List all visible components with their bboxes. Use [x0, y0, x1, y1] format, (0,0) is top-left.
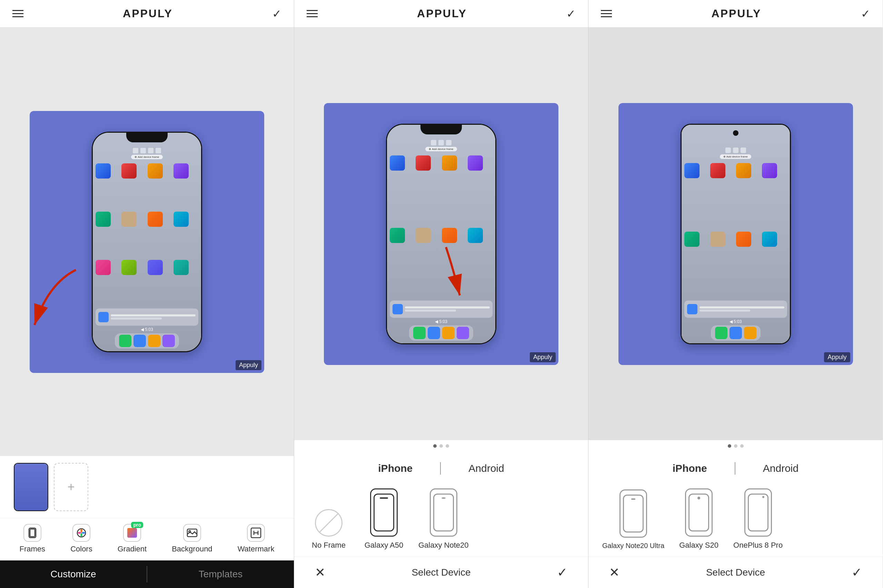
- phone-screen-3: ⊕ Add device frame: [681, 125, 790, 343]
- appuly-badge-3: Appuly: [824, 352, 850, 362]
- scroll-dots-2: [294, 440, 588, 452]
- tool-frames[interactable]: Frames: [20, 524, 45, 554]
- background-icon-container: [183, 524, 201, 542]
- device-tabs-3: iPhone Android: [588, 452, 883, 482]
- preview-area-3: ⊕ Add device frame: [588, 28, 883, 440]
- app-header-1: APPULY ✓: [0, 0, 294, 28]
- svg-rect-2: [30, 529, 35, 537]
- device-tabs-2: iPhone Android: [294, 452, 588, 482]
- tab-divider-2: [440, 462, 441, 475]
- device-name-galaxy-note20: Galaxy Note20: [418, 541, 469, 550]
- app-title-2: APPULY: [417, 7, 467, 20]
- confirm-button-3[interactable]: ✓: [861, 7, 870, 20]
- device-option-s20[interactable]: Galaxy S20: [678, 488, 719, 550]
- cancel-button-3[interactable]: ✕: [609, 565, 620, 580]
- customize-button[interactable]: Customize: [0, 560, 147, 588]
- galaxy-note20-icon: [430, 488, 457, 537]
- phone-screen: ⊕ Add device frame: [93, 133, 201, 351]
- device-mockup-1: ⊕ Add device frame: [30, 111, 264, 373]
- confirm-device-button-2[interactable]: ✓: [557, 565, 567, 580]
- select-device-title-3: Select Device: [706, 567, 765, 578]
- tool-colors[interactable]: Colors: [71, 524, 92, 554]
- tab-divider-3: [735, 462, 736, 475]
- svg-rect-4: [127, 528, 137, 538]
- galaxy-a50-icon: [370, 488, 398, 537]
- scroll-dots-3: [588, 440, 883, 452]
- phone-screen-2: ⊕ Add device frame: [387, 125, 495, 343]
- app-header-2: APPULY ✓: [294, 0, 588, 28]
- app-header-3: APPULY ✓: [588, 0, 883, 28]
- hamburger-icon-3[interactable]: [601, 10, 612, 17]
- panel-1: APPULY ✓: [0, 0, 294, 588]
- device-name-oneplus8pro: OnePlus 8 Pro: [733, 541, 783, 550]
- frames-icon-container: [24, 524, 41, 542]
- gradient-icon-container: pro: [123, 524, 141, 542]
- device-option-galaxy-note20[interactable]: Galaxy Note20: [418, 488, 469, 550]
- cancel-button-2[interactable]: ✕: [315, 565, 325, 580]
- phone-notch-2: [420, 125, 462, 134]
- device-option-note20ultra[interactable]: Galaxy Note20 Ultra: [602, 489, 664, 550]
- tool-gradient[interactable]: pro Gradient: [117, 524, 147, 554]
- app-title-1: APPULY: [123, 7, 173, 20]
- appuly-badge-1: Appuly: [236, 360, 262, 370]
- device-mockup-3: ⊕ Add device frame: [618, 103, 853, 365]
- phone-frame-3: ⊕ Add device frame: [680, 124, 791, 344]
- add-thumbnail-button[interactable]: +: [54, 463, 88, 511]
- bottom-actions-3: ✕ Select Device ✓: [588, 556, 883, 588]
- device-name-note20ultra: Galaxy Note20 Ultra: [602, 542, 664, 550]
- tab-android-3[interactable]: Android: [763, 462, 799, 474]
- devices-list-3: Galaxy Note20 Ultra Galaxy S20 OnePlus 8…: [588, 482, 883, 556]
- tab-iphone-2[interactable]: iPhone: [378, 462, 412, 474]
- tab-android-2[interactable]: Android: [468, 462, 504, 474]
- hamburger-icon[interactable]: [12, 10, 24, 17]
- bottom-nav-1: Customize Templates: [0, 560, 294, 588]
- phone-notch: [126, 133, 168, 142]
- tools-row: Frames Colors: [0, 518, 294, 560]
- colors-label: Colors: [71, 544, 92, 554]
- device-option-galaxy-a50[interactable]: Galaxy A50: [363, 488, 405, 550]
- colors-icon-container: [72, 524, 90, 542]
- frames-label: Frames: [20, 544, 45, 554]
- appuly-badge-2: Appuly: [530, 352, 556, 362]
- note20ultra-icon: [620, 489, 647, 538]
- background-label: Background: [172, 544, 212, 554]
- device-name-no-frame: No Frame: [312, 541, 346, 550]
- thumbnail-1[interactable]: [14, 463, 48, 511]
- watermark-icon-container: [247, 524, 265, 542]
- confirm-device-button-3[interactable]: ✓: [851, 565, 862, 580]
- tab-iphone-3[interactable]: iPhone: [672, 462, 707, 474]
- panel-3: APPULY ✓ ⊕ Add device frame: [588, 0, 883, 588]
- devices-list-2: No Frame Galaxy A50 Galaxy Note20: [294, 482, 588, 556]
- watermark-label: Watermark: [238, 544, 275, 554]
- device-option-no-frame[interactable]: No Frame: [308, 509, 349, 550]
- device-name-galaxy-a50: Galaxy A50: [365, 541, 403, 550]
- device-option-oneplus8pro[interactable]: OnePlus 8 Pro: [733, 488, 783, 550]
- device-mockup-2: ⊕ Add device frame: [324, 103, 558, 365]
- phone-frame-2: ⊕ Add device frame: [386, 124, 496, 344]
- thumbnails-row: +: [0, 463, 294, 518]
- preview-area-1: ⊕ Add device frame: [0, 28, 294, 456]
- bottom-actions-2: ✕ Select Device ✓: [294, 556, 588, 588]
- oneplus8pro-icon: [745, 488, 772, 537]
- bottom-area-1: + Frames: [0, 456, 294, 560]
- select-device-title-2: Select Device: [412, 567, 471, 578]
- confirm-button-2[interactable]: ✓: [566, 7, 576, 20]
- tool-watermark[interactable]: Watermark: [238, 524, 275, 554]
- pro-badge: pro: [131, 522, 143, 528]
- hamburger-icon-2[interactable]: [307, 10, 318, 17]
- tool-background[interactable]: Background: [172, 524, 212, 554]
- phone-frame-1: ⊕ Add device frame: [92, 132, 202, 352]
- preview-area-2: ⊕ Add device frame: [294, 28, 588, 440]
- s20-icon: [685, 488, 713, 537]
- panel-2: APPULY ✓ ⊕ Add devi: [294, 0, 588, 588]
- templates-button[interactable]: Templates: [147, 560, 294, 588]
- svg-point-6: [189, 531, 190, 532]
- device-name-s20: Galaxy S20: [679, 541, 719, 550]
- no-frame-icon: [315, 509, 343, 537]
- app-title-3: APPULY: [712, 7, 761, 20]
- confirm-button-1[interactable]: ✓: [272, 7, 281, 20]
- gradient-label: Gradient: [117, 544, 147, 554]
